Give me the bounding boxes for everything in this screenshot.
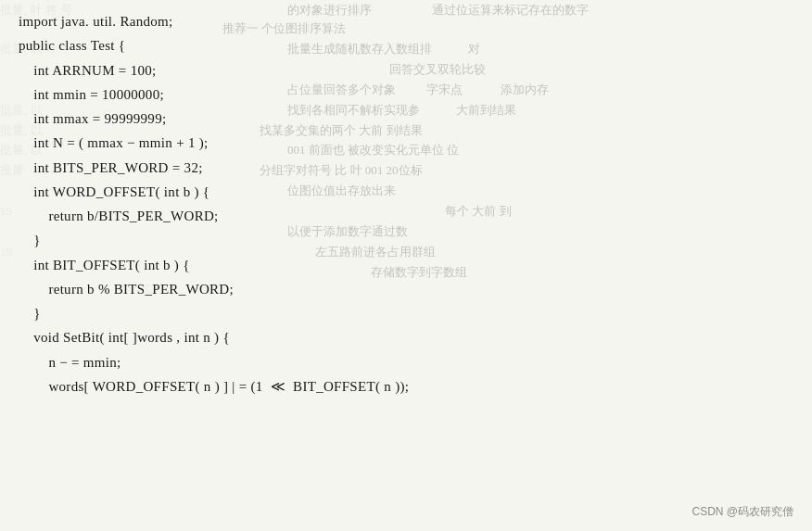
code-line-3: int ARRNUM = 100; xyxy=(19,58,793,82)
code-line-4: int mmin = 10000000; xyxy=(19,82,793,107)
code-line-6: int N = ( mmax − mmin + 1 ); xyxy=(19,131,793,155)
code-line-16: words[ WORD_OFFSET( n ) ] | = (1 ≪ BIT_O… xyxy=(19,374,793,398)
code-container: 的对象进行排序 通过位运算来标记存在的数字 批量, 叶 将 号 推荐一 个位图排… xyxy=(0,0,812,531)
code-line-12: return b % BITS_PER_WORD; xyxy=(19,277,793,301)
code-line-10: } xyxy=(19,228,793,252)
code-line-11: int BIT_OFFSET( int b ) { xyxy=(19,253,793,277)
code-line-13: } xyxy=(19,301,793,325)
code-line-8: int WORD_OFFSET( int b ) { xyxy=(19,180,793,204)
code-line-5: int mmax = 99999999; xyxy=(19,107,793,131)
annotation-edge-13: 19 xyxy=(0,244,12,260)
code-line-7: int BITS_PER_WORD = 32; xyxy=(19,156,793,180)
code-line-15: n − = mmin; xyxy=(19,350,793,374)
code-line-1: import java. util. Random; xyxy=(19,9,793,33)
code-line-2: public class Test { xyxy=(19,33,793,57)
watermark: CSDN @码农研究僧 xyxy=(691,504,793,520)
code-block: import java. util. Random; public class … xyxy=(19,9,793,398)
annotation-edge-11: 19 xyxy=(0,203,12,220)
code-line-14: void SetBit( int[ ]words , int n ) { xyxy=(19,325,793,349)
code-line-9: return b/BITS_PER_WORD; xyxy=(19,204,793,228)
